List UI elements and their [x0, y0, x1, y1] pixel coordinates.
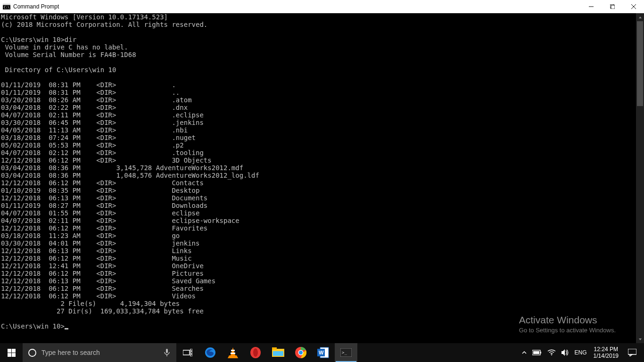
vertical-scrollbar[interactable]: [636, 13, 644, 343]
taskbar: Type here to search: [0, 343, 644, 362]
svg-rect-1: [3, 4, 10, 5]
console-line: 03/04/2018 08:36 PM 1,048,576 AdventureW…: [1, 172, 643, 179]
taskbar-chrome-icon[interactable]: [289, 343, 312, 362]
svg-text:W: W: [319, 350, 324, 355]
svg-rect-5: [611, 5, 615, 9]
svg-rect-12: [8, 353, 11, 357]
console-line: 04/07/2018 02:12 PM <DIR> .tooling: [1, 149, 643, 156]
console-line: 12/12/2018 06:12 PM <DIR> Contacts: [1, 179, 643, 187]
svg-marker-45: [630, 354, 632, 356]
console-line: 12/12/2018 06:12 PM <DIR> Favorites: [1, 224, 643, 232]
console-line: 12/12/2018 06:12 PM <DIR> 3D Objects: [1, 156, 643, 164]
console-line: 12/12/2018 06:12 PM <DIR> Pictures: [1, 270, 643, 277]
console-line: 12/12/2018 06:13 PM <DIR> Saved Games: [1, 277, 643, 285]
action-center-icon[interactable]: [622, 343, 642, 362]
console-line: 03/18/2018 11:23 AM <DIR> go: [1, 232, 643, 239]
svg-rect-10: [8, 349, 11, 353]
svg-rect-15: [166, 349, 168, 353]
svg-point-42: [551, 354, 552, 355]
svg-point-33: [299, 351, 303, 354]
svg-rect-30: [273, 351, 283, 356]
console-line: 12/12/2018 06:12 PM <DIR> Videos: [1, 292, 643, 300]
taskbar-edge-icon[interactable]: [199, 343, 222, 362]
console-line: 2 File(s) 4,194,304 bytes: [1, 300, 643, 307]
start-button[interactable]: [0, 343, 23, 362]
scroll-thumb[interactable]: [637, 21, 643, 106]
scroll-down-button[interactable]: [636, 335, 644, 343]
console-line: Volume Serial Number is FA4B-1D68: [1, 51, 643, 58]
console-line: 05/02/2018 05:53 PM <DIR> .p2: [1, 141, 643, 149]
svg-rect-24: [231, 353, 235, 354]
svg-rect-13: [12, 353, 16, 357]
svg-rect-41: [533, 351, 539, 354]
console-line: (c) 2018 Microsoft Corporation. All righ…: [1, 21, 643, 28]
tray-battery-icon[interactable]: [529, 343, 545, 362]
console-line: [1, 28, 643, 36]
titlebar[interactable]: C:\ Command Prompt: [0, 0, 644, 13]
console-line: 03/20/2018 08:26 AM <DIR> .atom: [1, 96, 643, 104]
cursor: [65, 328, 68, 329]
cmd-icon: C:\: [3, 3, 10, 10]
svg-rect-20: [190, 354, 192, 356]
task-view-button[interactable]: [176, 343, 199, 362]
console-line: 03/18/2018 07:24 PM <DIR> .nuget: [1, 134, 643, 141]
svg-point-27: [253, 348, 258, 357]
console-line: 04/07/2018 02:11 PM <DIR> .eclipse: [1, 111, 643, 119]
search-placeholder: Type here to search: [41, 349, 100, 356]
svg-marker-25: [228, 355, 238, 358]
svg-rect-40: [540, 352, 541, 354]
taskbar-file-explorer-icon[interactable]: [267, 343, 289, 362]
scroll-up-button[interactable]: [636, 13, 644, 21]
svg-rect-19: [190, 352, 192, 354]
window-title: Command Prompt: [13, 3, 59, 10]
console-line: 03/04/2018 08:36 PM 3,145,728 AdventureW…: [1, 164, 643, 172]
microphone-icon[interactable]: [157, 348, 176, 357]
tray-clock[interactable]: 12:24 PM 1/14/2019: [590, 346, 622, 359]
console-line: 12/12/2018 06:12 PM <DIR> Searches: [1, 285, 643, 292]
console-line: 04/05/2018 11:13 AM <DIR> .nbi: [1, 126, 643, 134]
minimize-button[interactable]: [580, 0, 602, 13]
console-line: 01/10/2019 08:35 PM <DIR> Desktop: [1, 187, 643, 194]
console-line: 01/11/2019 08:31 PM <DIR> ..: [1, 89, 643, 96]
svg-rect-23: [231, 350, 235, 351]
console-line: Directory of C:\Users\win 10: [1, 66, 643, 74]
taskbar-cmd-icon[interactable]: >_: [335, 343, 357, 362]
tray-overflow-icon[interactable]: [519, 343, 529, 362]
taskbar-vlc-icon[interactable]: [222, 343, 244, 362]
console-line: 12/12/2018 06:12 PM <DIR> Music: [1, 255, 643, 262]
tray-date: 1/14/2019: [594, 353, 619, 359]
console-line: 12/12/2018 06:13 PM <DIR> Links: [1, 247, 643, 255]
tray-language[interactable]: ENG: [572, 343, 590, 362]
watermark-title: Activate Windows: [519, 314, 616, 326]
console-line: 04/07/2018 01:55 PM <DIR> eclipse: [1, 209, 643, 217]
console-line: 12/12/2018 06:13 PM <DIR> Documents: [1, 194, 643, 202]
svg-rect-17: [183, 350, 190, 355]
console-line: 04/07/2018 02:11 PM <DIR> eclipse-worksp…: [1, 217, 643, 224]
close-button[interactable]: [623, 0, 644, 13]
console-line: 03/30/2018 04:01 PM <DIR> jenkins: [1, 239, 643, 247]
console-line: 12/21/2018 12:41 PM <DIR> OneDrive: [1, 262, 643, 270]
svg-marker-8: [639, 16, 642, 18]
taskbar-word-icon[interactable]: W: [312, 343, 335, 362]
cortana-icon: [23, 348, 41, 357]
svg-rect-11: [12, 349, 16, 353]
svg-text:>_: >_: [342, 350, 347, 355]
maximize-button[interactable]: [602, 0, 623, 13]
taskbar-opera-icon[interactable]: [244, 343, 267, 362]
console-line: Microsoft Windows [Version 10.0.17134.52…: [1, 13, 643, 21]
svg-rect-18: [190, 349, 192, 351]
svg-point-14: [29, 349, 36, 356]
tray-volume-icon[interactable]: [559, 343, 572, 362]
watermark-subtitle: Go to Settings to activate Windows.: [519, 327, 616, 334]
tray-wifi-icon[interactable]: [545, 343, 559, 362]
svg-marker-9: [639, 338, 642, 340]
console-output[interactable]: Microsoft Windows [Version 10.0.17134.52…: [0, 13, 644, 343]
console-line: 03/30/2018 06:45 PM <DIR> .jenkins: [1, 119, 643, 126]
console-line: 01/11/2019 08:27 PM <DIR> Downloads: [1, 202, 643, 209]
console-line: 01/11/2019 08:31 PM <DIR> .: [1, 81, 643, 89]
console-line: [1, 74, 643, 81]
console-line: Volume in drive C has no label.: [1, 43, 643, 51]
console-line: [1, 58, 643, 66]
search-box[interactable]: Type here to search: [23, 343, 176, 362]
activation-watermark: Activate Windows Go to Settings to activ…: [519, 314, 616, 334]
